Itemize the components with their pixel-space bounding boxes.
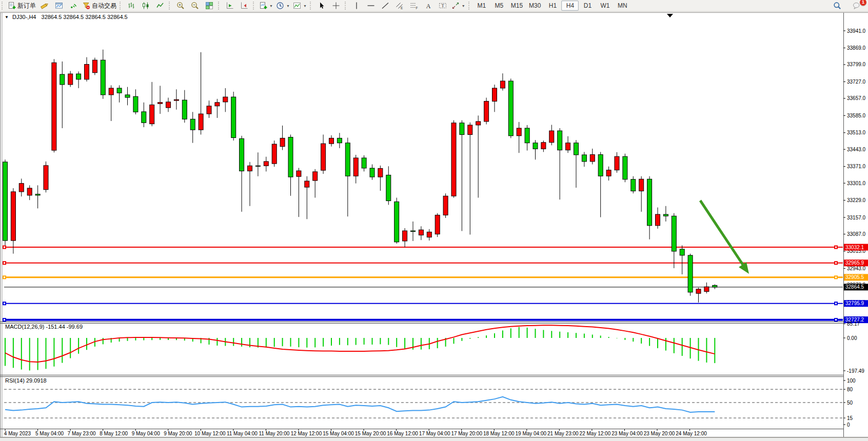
line-chart-button[interactable] — [153, 0, 167, 11]
candle-body — [305, 181, 309, 187]
auto-trading-button[interactable]: 自动交易 — [81, 0, 118, 11]
profiles-button[interactable] — [52, 0, 66, 11]
candle-body — [574, 143, 579, 155]
svg-text:A: A — [426, 3, 430, 10]
vertical-line-button[interactable] — [349, 0, 364, 11]
trend-arrow-head[interactable] — [739, 262, 749, 274]
candle-body — [500, 81, 505, 88]
toolbar-group: 新订单自动交易 — [6, 0, 118, 11]
equidistant-channel-button[interactable]: E — [392, 0, 407, 11]
toolbar-group: EFAT▼ — [349, 0, 467, 11]
trendline-button[interactable] — [378, 0, 392, 11]
timeframe-d1[interactable]: D1 — [579, 1, 596, 11]
toolbar-group-grip — [345, 2, 347, 10]
arrows-icon — [451, 2, 460, 10]
bar-chart-button[interactable] — [124, 0, 139, 11]
styler-button[interactable] — [37, 0, 52, 11]
indicators-button[interactable]: ▼ — [258, 0, 274, 11]
candle-body — [117, 88, 122, 93]
candle-body — [403, 231, 407, 241]
timeframe-m15[interactable]: M15 — [508, 1, 526, 11]
rsi-axis-tick: 80 — [847, 387, 853, 392]
signals-button[interactable] — [66, 0, 81, 11]
candle-body — [558, 131, 562, 150]
horizontal-line-button[interactable] — [364, 0, 378, 11]
candle-body — [272, 144, 277, 164]
price-axis-tick: 32943.0 — [847, 266, 866, 271]
text-label-button[interactable]: T — [436, 0, 450, 11]
price-axis-tick: 33869.0 — [847, 45, 866, 51]
time-axis-label: 12 May 12:00 — [291, 431, 322, 436]
dropdown-arrow-icon[interactable]: ▼ — [286, 4, 290, 8]
fibonacci-button[interactable]: F — [407, 0, 421, 11]
timeframe-mn[interactable]: MN — [614, 1, 631, 11]
periods-button[interactable]: ▼ — [274, 0, 291, 11]
candle-body — [133, 96, 138, 112]
svg-text:F: F — [416, 6, 418, 10]
candle-body — [109, 88, 113, 95]
cursor-button[interactable] — [314, 0, 329, 11]
zoom-out-button[interactable] — [188, 0, 202, 11]
dropdown-arrow-icon[interactable]: ▼ — [462, 4, 465, 8]
templates-button[interactable]: ▼ — [291, 0, 308, 11]
signal-icon — [69, 2, 77, 10]
timeframe-h4[interactable]: H4 — [561, 1, 579, 11]
candle-body — [321, 144, 326, 170]
timeframe-m1[interactable]: M1 — [473, 1, 490, 11]
dropdown-arrow-icon[interactable]: ▼ — [303, 4, 307, 8]
time-axis-label: 10 May 12:00 — [194, 431, 226, 436]
candle-body — [663, 214, 668, 216]
dropdown-arrow-icon[interactable]: ▼ — [269, 4, 273, 8]
price-axis-tick: 33087.0 — [847, 231, 866, 237]
timeframe-w1[interactable]: W1 — [596, 1, 614, 11]
chart-canvas: 33941.033869.033799.033727.033657.033585… — [0, 0, 868, 441]
time-axis-label: 15 May 04:00 — [323, 431, 354, 436]
timeframe-m5[interactable]: M5 — [490, 1, 508, 11]
candle-body — [264, 162, 268, 166]
time-axis-label: 7 May 23:00 — [68, 431, 96, 436]
candle-body — [615, 156, 619, 170]
zoom-out-icon — [191, 2, 199, 10]
search-button[interactable] — [830, 0, 844, 11]
candle-body — [182, 100, 187, 119]
candle-body — [223, 97, 228, 102]
timeframe-m30[interactable]: M30 — [526, 1, 544, 11]
arrows-button[interactable]: ▼ — [450, 0, 467, 11]
price-axis-tick: 33301.0 — [847, 181, 866, 186]
time-axis-label: 23 May 20:00 — [644, 431, 675, 436]
candle-body — [427, 232, 431, 237]
notifications-button[interactable]: 1 — [850, 0, 864, 11]
auto-scroll-button[interactable] — [223, 0, 237, 11]
macd-axis-tick: 85.17 — [847, 321, 860, 327]
timeframe-m5-label: M5 — [495, 2, 503, 9]
time-axis-label: 22 May 12:00 — [580, 431, 611, 436]
tile-windows-button[interactable] — [202, 0, 216, 11]
trend-arrow-object[interactable] — [700, 201, 743, 265]
text-button[interactable]: A — [421, 0, 436, 11]
toolbar-group-grip — [169, 2, 171, 10]
profile-icon — [55, 2, 63, 10]
toolbar: 新订单自动交易▼▼▼EFAT▼M1M5M15M30H1H4D1W1MN1 — [0, 0, 868, 12]
candle-body — [207, 106, 211, 114]
toolbar-group — [314, 0, 343, 11]
symbol-dropdown-icon[interactable]: ▼ — [5, 15, 9, 19]
toolbar-group-grip — [253, 2, 255, 10]
timeframe-h1-label: H1 — [549, 2, 557, 9]
candle-body — [386, 175, 391, 201]
timeframe-h1[interactable]: H1 — [544, 1, 561, 11]
chart-shift-button[interactable] — [237, 0, 251, 11]
time-axis-label: 15 May 20:00 — [355, 431, 386, 436]
price-badge-text: 32905.5 — [845, 274, 864, 280]
candle-body — [517, 128, 521, 136]
price-axis-tick: 33727.0 — [847, 79, 866, 85]
candle-body — [370, 168, 374, 177]
candle-body — [280, 138, 285, 146]
new-order-button[interactable]: 新订单 — [6, 0, 37, 11]
time-axis-label: 17 May 04:00 — [419, 431, 450, 436]
zoom-in-button[interactable] — [173, 0, 188, 11]
candlestick-chart-button[interactable] — [139, 0, 153, 11]
crosshair-button[interactable] — [329, 0, 343, 11]
macd-signal-line — [5, 325, 715, 362]
toolbar-group-grip — [310, 2, 312, 10]
time-axis-label: 17 May 20:00 — [451, 431, 482, 436]
